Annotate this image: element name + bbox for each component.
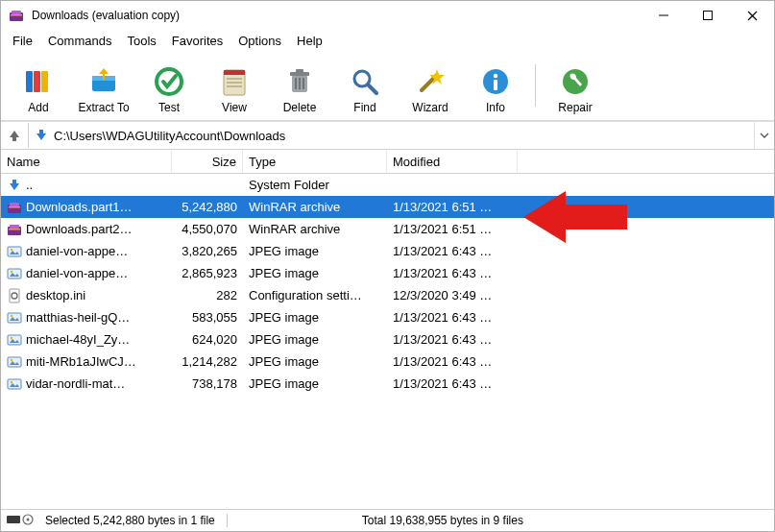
file-row[interactable]: vidar-nordli-mat…738,178JPEG image1/13/2… (1, 373, 774, 395)
file-icon (7, 178, 22, 193)
col-size[interactable]: Size (172, 150, 243, 173)
file-name: vidar-nordli-mat… (26, 376, 125, 391)
file-type: JPEG image (243, 332, 387, 347)
file-row[interactable]: Downloads.part1…5,242,880WinRAR archive1… (1, 196, 774, 218)
file-name: daniel-von-appe… (26, 266, 128, 280)
find-button[interactable]: Find (333, 57, 397, 114)
svg-rect-7 (26, 71, 33, 92)
file-name: daniel-von-appe… (26, 244, 128, 258)
file-row[interactable]: ..System Folder (1, 174, 774, 196)
file-icon (7, 332, 22, 348)
svg-rect-46 (8, 313, 21, 323)
view-button[interactable]: View (203, 57, 266, 114)
test-button[interactable]: Test (137, 57, 201, 114)
svg-line-25 (368, 85, 376, 93)
file-name: matthias-heil-gQ… (26, 310, 130, 325)
file-size: 1,214,282 (172, 354, 243, 369)
trash-icon (282, 64, 317, 99)
file-size: 738,178 (172, 376, 243, 391)
winrar-window: Downloads (evaluation copy) File Command… (0, 0, 775, 532)
toolbar-label: Delete (283, 101, 317, 114)
add-button[interactable]: Add (7, 57, 70, 114)
file-list[interactable]: ..System FolderDownloads.part1…5,242,880… (1, 174, 774, 509)
file-type: Configuration setti… (243, 288, 387, 302)
file-size: 4,550,070 (172, 222, 243, 236)
svg-point-31 (563, 69, 588, 94)
svg-point-54 (11, 358, 12, 360)
menu-file[interactable]: File (5, 32, 40, 50)
toolbar-label: Info (486, 101, 505, 114)
toolbar-separator (535, 64, 536, 107)
menubar: File Commands Tools Favorites Options He… (1, 30, 774, 51)
svg-rect-8 (34, 71, 40, 92)
winrar-app-icon (9, 8, 24, 23)
file-type: JPEG image (243, 310, 387, 325)
svg-rect-34 (9, 206, 20, 208)
svg-point-40 (11, 248, 12, 250)
col-type[interactable]: Type (243, 150, 387, 173)
path-dropdown-button[interactable] (754, 122, 774, 149)
path-box[interactable]: C:\Users\WDAGUtilityAccount\Downloads (29, 122, 754, 149)
col-label: Type (249, 155, 276, 169)
file-name: desktop.ini (26, 288, 85, 302)
file-icon (7, 310, 22, 326)
file-row[interactable]: daniel-von-appe…3,820,265JPEG image1/13/… (1, 240, 774, 262)
file-row[interactable]: Downloads.part2…4,550,070WinRAR archive1… (1, 218, 774, 240)
delete-button[interactable]: Delete (268, 57, 331, 114)
toolbar-label: Repair (558, 101, 592, 114)
file-row[interactable]: desktop.ini282Configuration setti…12/3/2… (1, 284, 774, 306)
menu-commands[interactable]: Commands (40, 32, 119, 50)
extract-to-button[interactable]: Extract To (72, 57, 135, 114)
toolbar-label: Add (28, 101, 48, 114)
col-label: Name (7, 155, 40, 169)
svg-rect-2 (11, 14, 22, 16)
titlebar: Downloads (evaluation copy) (1, 1, 774, 30)
col-modified[interactable]: Modified (387, 150, 518, 173)
file-size: 282 (172, 288, 243, 302)
col-name[interactable]: Name (1, 150, 172, 173)
file-modified: 1/13/2021 6:43 … (387, 244, 518, 258)
file-name: .. (26, 178, 33, 192)
svg-rect-4 (704, 12, 713, 20)
repair-button[interactable]: Repair (544, 57, 607, 114)
menu-help[interactable]: Help (289, 32, 330, 50)
file-row[interactable]: michael-48yI_Zy…624,020JPEG image1/13/20… (1, 328, 774, 351)
books-icon (21, 64, 56, 99)
wizard-button[interactable]: Wizard (399, 57, 462, 114)
menu-favorites[interactable]: Favorites (164, 32, 230, 50)
toolbar-label: View (222, 101, 247, 114)
file-size: 2,865,923 (172, 266, 243, 280)
file-row[interactable]: matthias-heil-gQ…583,055JPEG image1/13/2… (1, 306, 774, 328)
file-size: 5,242,880 (172, 200, 243, 214)
svg-rect-33 (10, 203, 19, 206)
svg-point-43 (11, 270, 12, 272)
svg-rect-49 (8, 335, 21, 345)
minimize-button[interactable] (642, 1, 686, 30)
file-row[interactable]: miti-MRb1aJIwCJ…1,214,282JPEG image1/13/… (1, 351, 774, 373)
file-type: JPEG image (243, 244, 387, 258)
pathbar: C:\Users\WDAGUtilityAccount\Downloads (1, 121, 774, 150)
up-button[interactable] (1, 123, 29, 148)
close-button[interactable] (730, 1, 774, 30)
test-icon (152, 64, 186, 99)
file-type: WinRAR archive (243, 200, 387, 214)
svg-rect-52 (8, 357, 21, 367)
svg-rect-37 (9, 229, 20, 230)
file-icon (7, 200, 22, 215)
disk-icon (7, 513, 34, 529)
svg-point-48 (11, 314, 12, 316)
file-icon (7, 376, 22, 392)
file-icon (7, 222, 22, 237)
repair-icon (558, 64, 593, 99)
menu-tools[interactable]: Tools (119, 32, 163, 50)
info-button[interactable]: Info (464, 57, 527, 114)
svg-rect-14 (224, 70, 245, 75)
file-row[interactable]: daniel-von-appe…2,865,923JPEG image1/13/… (1, 262, 774, 284)
toolbar-label: Extract To (78, 101, 129, 114)
menu-options[interactable]: Options (230, 32, 289, 50)
file-modified: 1/13/2021 6:51 … (387, 200, 518, 214)
svg-rect-20 (296, 69, 303, 73)
maximize-button[interactable] (686, 1, 730, 30)
info-icon (478, 64, 513, 99)
file-name: michael-48yI_Zy… (26, 332, 130, 347)
